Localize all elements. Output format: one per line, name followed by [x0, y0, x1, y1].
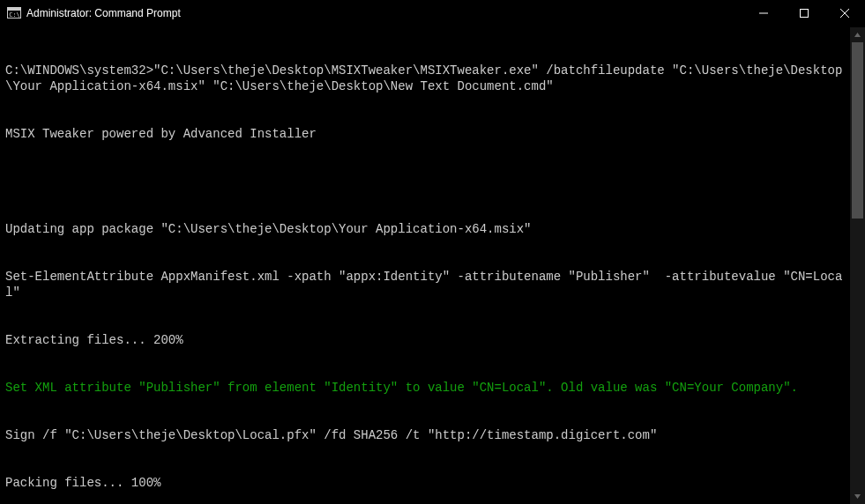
scroll-down-arrow-icon[interactable] — [850, 489, 865, 504]
svg-rect-1 — [8, 8, 20, 11]
window-title: Administrator: Command Prompt — [26, 5, 181, 21]
terminal-line: C:\WINDOWS\system32>"C:\Users\theje\Desk… — [5, 63, 850, 94]
vertical-scrollbar[interactable] — [850, 27, 865, 504]
scrollbar-thumb[interactable] — [852, 42, 863, 219]
svg-text:C:\: C:\ — [9, 11, 20, 19]
cmd-icon: C:\ — [7, 6, 21, 20]
terminal-line: MSIX Tweaker powered by Advanced Install… — [5, 126, 850, 142]
terminal-line: Set-ElementAttribute AppxManifest.xml -x… — [5, 269, 850, 300]
maximize-button[interactable] — [784, 0, 824, 26]
client-area: C:\WINDOWS\system32>"C:\Users\theje\Desk… — [0, 26, 865, 504]
terminal-blank-line — [5, 174, 850, 189]
minimize-button[interactable] — [743, 0, 784, 26]
titlebar[interactable]: C:\ Administrator: Command Prompt — [0, 0, 865, 26]
terminal-line: Updating app package "C:\Users\theje\Des… — [5, 221, 850, 237]
command-prompt-window: C:\ Administrator: Command Prompt C:\WIN… — [0, 0, 865, 504]
terminal-line: Packing files... 100% — [5, 475, 850, 491]
terminal-output[interactable]: C:\WINDOWS\system32>"C:\Users\theje\Desk… — [0, 27, 850, 504]
terminal-line: Set XML attribute "Publisher" from eleme… — [5, 380, 850, 396]
terminal-line: Extracting files... 200% — [5, 332, 850, 348]
close-button[interactable] — [824, 0, 865, 26]
terminal-line: Sign /f "C:\Users\theje\Desktop\Local.pf… — [5, 427, 850, 443]
svg-rect-3 — [801, 10, 809, 18]
scroll-up-arrow-icon[interactable] — [850, 27, 865, 42]
